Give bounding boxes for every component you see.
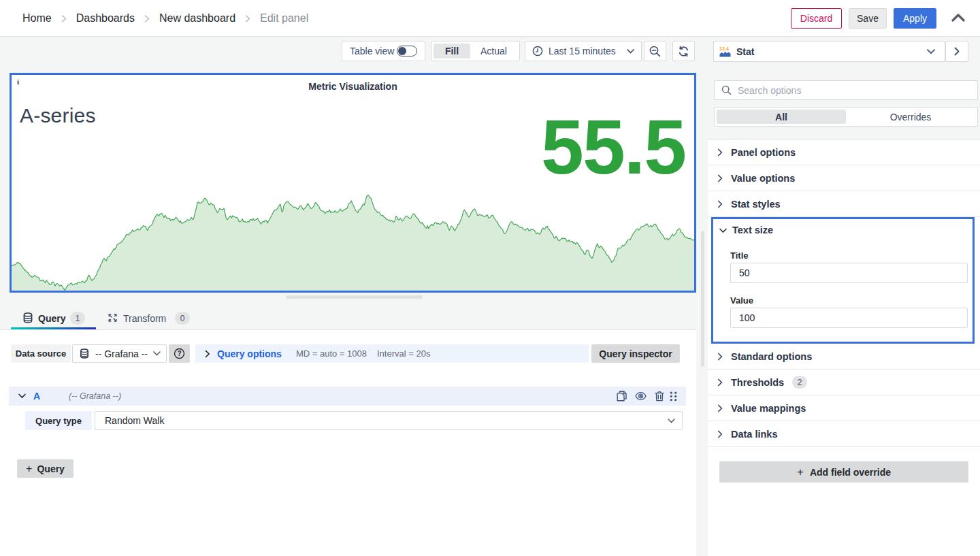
svg-text:?: ? xyxy=(177,350,181,357)
svg-text:12.4: 12.4 xyxy=(719,46,729,52)
